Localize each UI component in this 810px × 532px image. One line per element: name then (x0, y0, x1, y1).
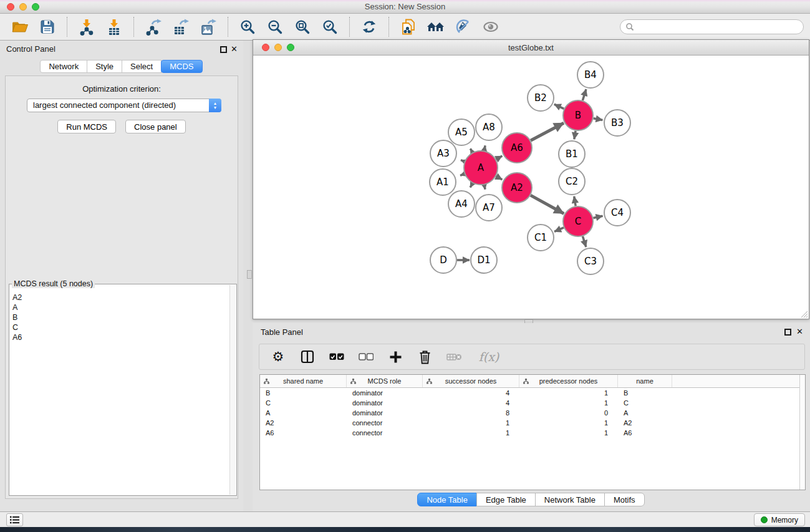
graph-node-B3[interactable]: B3 (604, 110, 630, 136)
graph-edge-A-A7[interactable] (485, 185, 485, 189)
minimize-window-button[interactable] (19, 3, 27, 11)
graph-node-A[interactable]: A (464, 151, 498, 185)
graph-node-A5[interactable]: A5 (448, 119, 475, 145)
graph-edge-C-C2[interactable] (574, 196, 576, 206)
refresh-button[interactable] (358, 16, 380, 38)
tab-network[interactable]: Network (40, 60, 87, 73)
table-cell[interactable]: 1 (519, 419, 618, 427)
float-panel-icon[interactable] (220, 46, 227, 53)
table-row[interactable]: Bdominator41B (260, 388, 805, 398)
network-window-titlebar[interactable]: testGlobe.txt (253, 40, 809, 56)
graph-node-A7[interactable]: A7 (476, 195, 502, 221)
table-cell[interactable]: B (260, 389, 347, 397)
graph-node-A4[interactable]: A4 (448, 191, 475, 217)
table-row[interactable]: A2connector11A2 (260, 418, 805, 428)
graph-edge-A-A5[interactable] (470, 148, 472, 152)
graph-node-A8[interactable]: A8 (476, 114, 502, 140)
tab-select[interactable]: Select (122, 60, 162, 73)
table-cell[interactable]: 0 (519, 409, 618, 417)
delete-table-button[interactable] (446, 347, 462, 366)
table-cell[interactable]: dominator (347, 409, 423, 417)
table-cell[interactable]: 4 (423, 389, 519, 397)
graph-node-D1[interactable]: D1 (471, 247, 497, 273)
graph-edge-A-A2[interactable] (496, 177, 503, 180)
close-panel-icon[interactable]: ✕ (231, 44, 238, 54)
table-row[interactable]: Adominator80A (260, 408, 805, 418)
table-settings-button[interactable]: ⚙ (270, 347, 286, 366)
table-cell[interactable]: A (260, 409, 347, 417)
graph-edge-A6-B[interactable] (531, 123, 564, 140)
graph-edge-C-C4[interactable] (593, 216, 602, 218)
import-network-button[interactable] (75, 16, 98, 38)
task-history-button[interactable] (6, 513, 23, 526)
graph-edge-A2-C[interactable] (531, 195, 564, 213)
network-zoom-button[interactable] (287, 44, 294, 51)
table-cell[interactable]: 1 (423, 419, 519, 427)
network-canvas[interactable]: B4B2BB3A8A5A6A3B1AC2A1A2A4A7C4CC1DD1C3 (253, 56, 809, 319)
graph-edge-B-B3[interactable] (594, 118, 603, 120)
graph-edge-B-B1[interactable] (574, 131, 576, 140)
table-cell[interactable]: 8 (423, 409, 519, 417)
export-image-button[interactable] (197, 16, 219, 38)
table-cell[interactable]: connector (347, 419, 423, 427)
column-header-name[interactable]: name (618, 375, 672, 387)
mcds-result-item[interactable]: B (9, 312, 236, 322)
tab-style[interactable]: Style (87, 60, 122, 73)
table-scrollbar[interactable] (799, 375, 805, 490)
graph-node-A3[interactable]: A3 (430, 140, 456, 167)
table-cell[interactable]: C (260, 399, 347, 407)
graph-edge-C-C1[interactable] (554, 228, 564, 232)
search-input[interactable] (634, 21, 803, 33)
network-minimize-button[interactable] (274, 44, 282, 51)
table-cell[interactable]: dominator (347, 399, 423, 407)
graph-edge-A-A4[interactable] (470, 183, 473, 188)
toggle-annotations-button[interactable] (452, 16, 475, 38)
delete-columns-button[interactable] (417, 347, 433, 366)
run-mcds-button[interactable]: Run MCDS (57, 120, 116, 133)
table-cell[interactable]: 1 (519, 389, 618, 397)
graph-node-B2[interactable]: B2 (528, 85, 554, 111)
table-cell[interactable]: B (618, 389, 672, 397)
graph-node-C2[interactable]: C2 (559, 168, 585, 195)
graph-edge-A-A1[interactable] (460, 174, 465, 176)
function-builder-button[interactable]: f(x) (475, 347, 503, 366)
table-cell[interactable]: A6 (260, 429, 347, 437)
table-cell[interactable]: C (618, 399, 672, 407)
graph-node-D[interactable]: D (430, 247, 456, 273)
column-header-successor-nodes[interactable]: successor nodes (423, 375, 519, 387)
table-cell[interactable]: A6 (618, 429, 672, 437)
add-column-button[interactable] (387, 347, 403, 366)
show-hide-graphics-details-button[interactable] (480, 16, 502, 38)
import-table-button[interactable] (103, 16, 125, 38)
zoom-out-button[interactable] (264, 16, 286, 38)
mcds-result-item[interactable]: C (9, 322, 236, 332)
new-network-from-selection-button[interactable] (397, 16, 420, 38)
float-table-panel-icon[interactable] (784, 329, 791, 336)
table-cell[interactable]: 1 (519, 399, 618, 407)
graph-edge-B-B4[interactable] (582, 89, 586, 100)
graph-node-B[interactable]: B (563, 100, 593, 130)
zoom-window-button[interactable] (32, 3, 39, 11)
close-window-button[interactable] (7, 3, 14, 11)
table-cell[interactable]: 1 (519, 429, 618, 437)
select-all-rows-button[interactable] (329, 347, 345, 366)
graph-edge-A-A3[interactable] (461, 160, 465, 162)
graph-edge-A-A8[interactable] (484, 145, 485, 150)
zoom-fit-button[interactable] (291, 16, 314, 38)
zoom-in-button[interactable] (236, 16, 259, 38)
export-network-button[interactable] (142, 16, 165, 38)
deselect-all-rows-button[interactable] (358, 347, 374, 366)
column-header-shared-name[interactable]: shared name (260, 375, 347, 387)
zoom-selected-button[interactable] (319, 16, 341, 38)
table-row[interactable]: Cdominator41C (260, 398, 805, 408)
graph-edge-A-A6[interactable] (496, 156, 503, 159)
open-session-button[interactable] (9, 16, 31, 38)
column-header-predecessor-nodes[interactable]: predecessor nodes (519, 375, 618, 387)
table-cell[interactable]: 1 (423, 429, 519, 437)
export-table-button[interactable] (170, 16, 192, 38)
table-cell[interactable]: A2 (260, 419, 347, 427)
graph-node-C[interactable]: C (563, 206, 593, 236)
panel-splitter-grip[interactable] (247, 270, 252, 279)
save-session-button[interactable] (36, 16, 59, 38)
graph-node-A1[interactable]: A1 (430, 169, 456, 195)
